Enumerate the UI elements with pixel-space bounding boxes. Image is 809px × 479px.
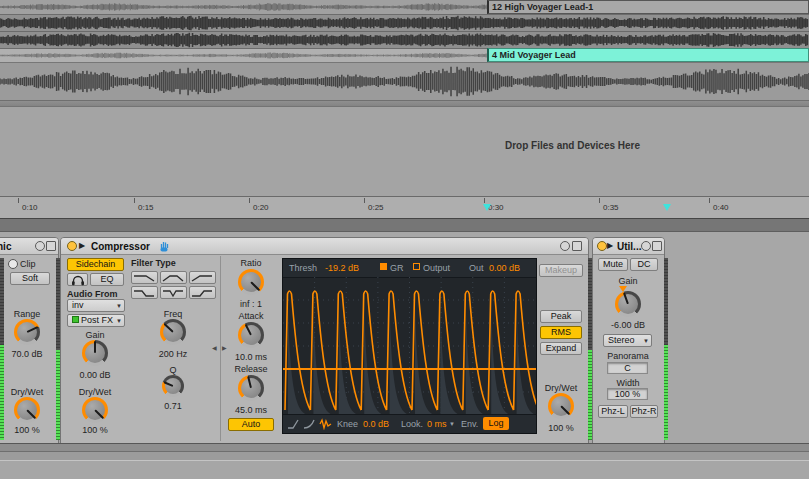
- knee-soft-icon[interactable]: [303, 418, 316, 430]
- clip-mode-radio[interactable]: [8, 259, 18, 269]
- gain-knob[interactable]: [615, 291, 641, 317]
- utility-device: ▶ Util... Mute DC Gain -6.00 dB Stereo ▼…: [592, 237, 665, 444]
- sc-dry-wet-knob[interactable]: [82, 397, 108, 423]
- output-swatch-icon[interactable]: [413, 263, 420, 270]
- out-label: Out: [469, 263, 484, 273]
- clip-waveform-lane-2[interactable]: [0, 31, 809, 48]
- filter-lowshelf-button[interactable]: [131, 286, 158, 299]
- filter-notch-button[interactable]: [160, 286, 187, 299]
- range-value[interactable]: 70.0 dB: [0, 349, 55, 359]
- knee-hard-icon[interactable]: [287, 418, 300, 430]
- timeline-tick: [709, 198, 710, 203]
- save-preset-icon[interactable]: [572, 241, 582, 251]
- filter-highpass-button[interactable]: [189, 271, 216, 284]
- lookahead-value[interactable]: 0 ms: [427, 419, 447, 429]
- sidechain-toggle[interactable]: Sidechain: [67, 258, 124, 271]
- clip-waveform-strip-1[interactable]: [0, 0, 487, 14]
- audio-from-source-select[interactable]: inv ▼: [67, 299, 125, 312]
- out-value[interactable]: 0.00 dB: [489, 263, 520, 273]
- clip-waveform-strip-2[interactable]: [0, 48, 487, 62]
- thresh-value[interactable]: -19.2 dB: [325, 263, 359, 273]
- gr-swatch-icon[interactable]: [380, 263, 387, 270]
- push-hand-icon: [159, 241, 170, 252]
- freq-value[interactable]: 200 Hz: [147, 349, 199, 359]
- release-value[interactable]: 45.0 ms: [225, 405, 277, 415]
- rms-mode-button[interactable]: RMS: [540, 326, 582, 339]
- release-knob[interactable]: [238, 375, 264, 401]
- attack-knob[interactable]: [238, 322, 264, 348]
- drop-zone[interactable]: [0, 107, 809, 196]
- loop-marker-end[interactable]: [663, 204, 671, 211]
- activity-view-icon[interactable]: [319, 418, 332, 430]
- clip-header-mid-voyager[interactable]: 4 Mid Voyager Lead: [487, 48, 809, 62]
- dry-wet-value[interactable]: 100 %: [0, 425, 55, 435]
- filter-lowpass-button[interactable]: [131, 271, 158, 284]
- sc-gain-value[interactable]: 0.00 dB: [67, 370, 123, 380]
- timeline-label: 0:35: [603, 203, 619, 212]
- panorama-label: Panorama: [600, 351, 656, 361]
- save-preset-icon[interactable]: [46, 241, 56, 251]
- output-label[interactable]: Output: [423, 263, 450, 273]
- peak-mode-button[interactable]: Peak: [540, 310, 582, 323]
- sc-dry-wet-value[interactable]: 100 %: [67, 425, 123, 435]
- device-activator-led[interactable]: [597, 241, 607, 251]
- makeup-toggle[interactable]: Makeup: [539, 264, 583, 277]
- channel-mode-select[interactable]: Stereo ▼: [603, 334, 652, 347]
- compression-graph[interactable]: [283, 277, 536, 415]
- hot-swap-icon[interactable]: [641, 241, 651, 251]
- device-fold-icon[interactable]: ▶: [607, 241, 613, 250]
- q-value[interactable]: 0.71: [147, 401, 199, 411]
- clip-waveform-body[interactable]: [0, 62, 809, 100]
- width-value-box[interactable]: 100 %: [607, 388, 648, 400]
- soft-button[interactable]: Soft: [10, 272, 50, 285]
- expand-mode-button[interactable]: Expand: [540, 342, 582, 355]
- filter-bandpass-button[interactable]: [160, 271, 187, 284]
- gr-label[interactable]: GR: [390, 263, 404, 273]
- ratio-knob[interactable]: [238, 269, 264, 295]
- arrangement-bottom-bar[interactable]: [0, 218, 809, 232]
- device-title-bar[interactable]: ▶ Compressor: [61, 238, 588, 255]
- attack-value[interactable]: 10.0 ms: [225, 352, 277, 362]
- clip-waveform-lane-1[interactable]: [0, 14, 809, 31]
- pan-value-box[interactable]: C: [607, 362, 648, 374]
- device-fold-icon[interactable]: ▶: [79, 241, 85, 250]
- panel-divider: [220, 256, 221, 441]
- time-ruler[interactable]: [0, 196, 809, 218]
- device-activator-led[interactable]: [67, 241, 77, 251]
- auto-release-toggle[interactable]: Auto: [228, 418, 274, 431]
- clip-title: 12 High Voyager Lead-1: [492, 2, 593, 12]
- dry-wet-knob[interactable]: [14, 397, 40, 423]
- range-knob[interactable]: [14, 319, 40, 345]
- freq-knob[interactable]: [160, 319, 186, 345]
- release-label: Release: [225, 364, 277, 374]
- device-title-bar[interactable]: ▶ Util...: [593, 238, 664, 255]
- chevron-down-icon[interactable]: ▼: [449, 421, 455, 427]
- audio-from-point-select[interactable]: Post FX ▼: [67, 314, 125, 327]
- clip-header-high-voyager[interactable]: 12 High Voyager Lead-1: [487, 0, 809, 14]
- filter-highshelf-button[interactable]: [189, 286, 216, 299]
- device-title-bar[interactable]: nic: [0, 238, 58, 255]
- loop-marker-start[interactable]: [483, 204, 491, 211]
- gain-value[interactable]: -6.00 dB: [600, 320, 656, 330]
- sidechain-listen-button[interactable]: [67, 273, 88, 286]
- panel-collapse-arrow-left[interactable]: ◀: [212, 343, 217, 353]
- phase-right-button[interactable]: Phz-R: [630, 405, 658, 418]
- dry-wet-knob[interactable]: [548, 393, 574, 419]
- q-knob[interactable]: [162, 375, 184, 397]
- hot-swap-icon[interactable]: [560, 241, 570, 251]
- env-mode-toggle[interactable]: Log: [483, 417, 509, 430]
- knee-value[interactable]: 0.0 dB: [363, 419, 389, 429]
- eq-toggle[interactable]: EQ: [90, 273, 124, 286]
- clip-mode-label: Clip: [20, 259, 36, 269]
- device-title: Compressor: [91, 241, 150, 252]
- audio-from-label: Audio From: [67, 289, 118, 299]
- sc-gain-knob[interactable]: [82, 340, 108, 366]
- compressor-display[interactable]: Thresh -19.2 dB GR Output Out 0.00 dB Kn…: [282, 258, 537, 434]
- hot-swap-icon[interactable]: [35, 241, 45, 251]
- phase-left-button[interactable]: Phz-L: [598, 405, 628, 418]
- ratio-value[interactable]: inf : 1: [225, 299, 277, 309]
- mute-button[interactable]: Mute: [598, 258, 628, 271]
- dc-filter-button[interactable]: DC: [630, 258, 658, 271]
- dry-wet-value[interactable]: 100 %: [535, 423, 587, 433]
- save-preset-icon[interactable]: [652, 241, 662, 251]
